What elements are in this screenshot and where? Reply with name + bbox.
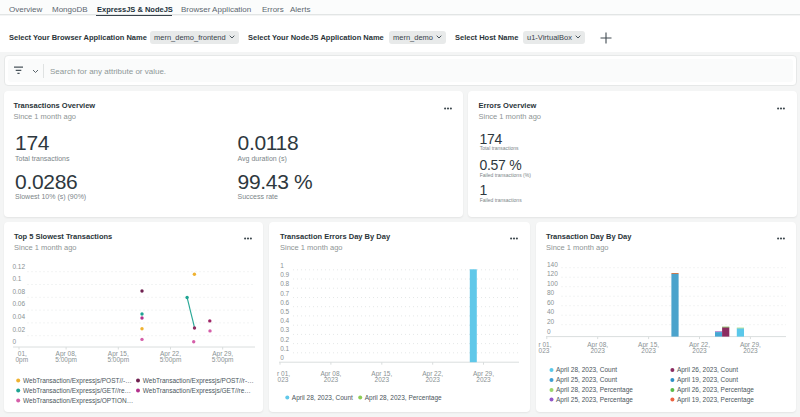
svg-text:2023: 2023 (590, 347, 605, 354)
svg-text:0.04: 0.04 (12, 313, 25, 320)
svg-text:WebTransaction/Expressjs/POST/: WebTransaction/Expressjs/POST//r-… (143, 377, 254, 385)
svg-text:2023: 2023 (476, 376, 491, 383)
svg-text:April 28, 2023, Percentage: April 28, 2023, Percentage (365, 394, 442, 402)
svg-text:2023: 2023 (324, 376, 339, 383)
svg-text:2023: 2023 (692, 347, 707, 354)
svg-text:April 28, 2023, Count: April 28, 2023, Count (292, 394, 353, 402)
svg-text:WebTransaction/Expressjs/GET//: WebTransaction/Expressjs/GET//re… (23, 387, 131, 395)
svg-text:April 28, 2023, Percentage: April 28, 2023, Percentage (556, 386, 633, 394)
svg-text:2023: 2023 (743, 347, 758, 354)
svg-text:0.02: 0.02 (12, 326, 25, 333)
svg-text:120: 120 (547, 270, 558, 277)
svg-text:0.3: 0.3 (280, 326, 289, 333)
svg-text:60: 60 (547, 299, 555, 306)
svg-text:1: 1 (280, 262, 284, 269)
svg-text:0.5: 0.5 (280, 308, 289, 315)
svg-text:0: 0 (547, 328, 551, 335)
svg-text:April 25, 2023, Percentage: April 25, 2023, Percentage (556, 396, 633, 404)
svg-text:0.1: 0.1 (12, 275, 21, 282)
svg-text:5:00pm: 5:00pm (107, 356, 129, 364)
svg-text:0pm: 0pm (15, 356, 28, 364)
svg-text:0.6: 0.6 (280, 299, 289, 306)
svg-text:0.08: 0.08 (12, 288, 25, 295)
svg-text:0: 0 (280, 354, 284, 361)
svg-text:40: 40 (547, 308, 555, 315)
svg-text:100: 100 (547, 280, 558, 287)
svg-text:0.4: 0.4 (280, 317, 289, 324)
svg-text:April 26, 2023, Count: April 26, 2023, Count (677, 366, 738, 374)
svg-text:April 28, 2023, Count: April 28, 2023, Count (556, 366, 617, 374)
svg-text:20: 20 (547, 318, 555, 325)
svg-text:5:00pm: 5:00pm (212, 356, 234, 364)
svg-text:0.12: 0.12 (12, 263, 25, 270)
svg-text:80: 80 (547, 289, 555, 296)
svg-text:023: 023 (278, 376, 289, 383)
svg-text:0.2: 0.2 (280, 336, 289, 343)
svg-text:2023: 2023 (375, 376, 390, 383)
svg-text:0.9: 0.9 (280, 271, 289, 278)
svg-text:023: 023 (539, 347, 550, 354)
svg-text:0.06: 0.06 (12, 300, 25, 307)
svg-text:5:00pm: 5:00pm (160, 356, 182, 364)
svg-text:0: 0 (12, 338, 16, 345)
svg-text:WebTransaction/Expressjs/POST/: WebTransaction/Expressjs/POST//-… (23, 377, 132, 385)
svg-text:2023: 2023 (425, 376, 440, 383)
svg-text:WebTransaction/Expressjs/OPTIO: WebTransaction/Expressjs/OPTION… (23, 397, 133, 405)
svg-text:WebTransaction/Expressjs/GET//: WebTransaction/Expressjs/GET//re… (143, 387, 251, 395)
svg-text:April 25, 2023, Count: April 25, 2023, Count (556, 376, 617, 384)
svg-text:April 19, 2023, Count: April 19, 2023, Count (677, 376, 738, 384)
svg-text:April 26, 2023, Percentage: April 26, 2023, Percentage (677, 386, 754, 394)
svg-text:5:00pm: 5:00pm (55, 356, 77, 364)
svg-text:0.1: 0.1 (280, 345, 289, 352)
svg-text:0.7: 0.7 (280, 290, 289, 297)
svg-text:April 19, 2023, Percentage: April 19, 2023, Percentage (677, 396, 754, 404)
svg-text:140: 140 (547, 261, 558, 268)
svg-text:2023: 2023 (641, 347, 656, 354)
svg-text:0.8: 0.8 (280, 280, 289, 287)
